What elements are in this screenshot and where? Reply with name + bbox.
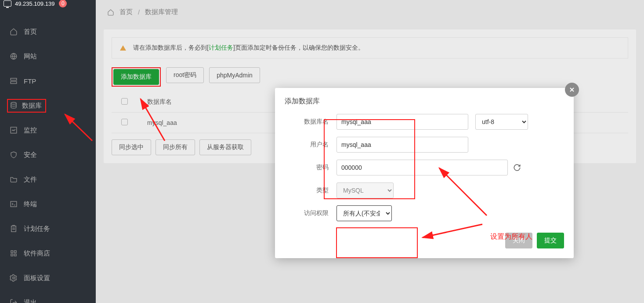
svg-rect-5 <box>11 201 17 207</box>
refresh-icon <box>513 164 521 172</box>
svg-rect-9 <box>11 254 13 256</box>
monitor-icon <box>4 0 11 7</box>
svg-rect-10 <box>14 254 17 256</box>
folder-icon <box>10 175 18 183</box>
sidebar-item-site[interactable]: 网站 <box>0 44 96 69</box>
label-password: 密码 <box>285 164 336 172</box>
row-dbname: 数据库名 utf-8 <box>275 110 574 133</box>
encoding-select[interactable]: utf-8 <box>475 114 528 130</box>
row-password: 密码 <box>275 156 574 179</box>
gear-icon <box>10 274 18 282</box>
sidebar-item-label: 面板设置 <box>24 274 50 282</box>
ftp-icon <box>10 77 18 85</box>
svg-point-3 <box>11 102 16 105</box>
sidebar-item-label: 首页 <box>24 28 37 36</box>
sidebar-item-label: 退出 <box>24 299 37 303</box>
annot-set-all-text: 设置为所有人 <box>490 232 532 241</box>
sidebar: 49.235.109.139 0 首页 网站 FTP 数据库 监控 安全 <box>0 0 96 303</box>
sidebar-item-settings[interactable]: 面板设置 <box>0 266 96 290</box>
sidebar-item-security[interactable]: 安全 <box>0 142 96 167</box>
sidebar-item-home[interactable]: 首页 <box>0 19 96 44</box>
sidebar-item-cron[interactable]: 计划任务 <box>0 216 96 241</box>
modal-submit-button[interactable]: 提交 <box>537 233 564 248</box>
sidebar-item-label: FTP <box>24 77 36 85</box>
row-type: 类型 MySQL <box>275 179 574 202</box>
svg-rect-1 <box>11 78 17 80</box>
row-user: 用户名 <box>275 133 574 156</box>
sidebar-item-label: 计划任务 <box>24 225 50 233</box>
grid-icon <box>10 249 18 257</box>
sidebar-item-label: 网站 <box>24 52 37 61</box>
dbname-input[interactable] <box>336 114 468 130</box>
home-icon <box>10 28 18 36</box>
sidebar-item-ftp[interactable]: FTP <box>0 69 96 93</box>
clipboard-icon <box>10 225 18 233</box>
sidebar-item-label: 监控 <box>24 126 37 135</box>
modal-footer: 关闭 提交 <box>275 225 574 258</box>
sidebar-item-database[interactable]: 数据库 <box>0 93 96 118</box>
label-dbname: 数据库名 <box>285 118 336 126</box>
modal-title: 添加数据库 <box>275 88 574 110</box>
label-type: 类型 <box>285 186 336 194</box>
sidebar-item-files[interactable]: 文件 <box>0 167 96 192</box>
dbtype-select[interactable]: MySQL <box>336 183 394 198</box>
sidebar-item-logout[interactable]: 退出 <box>0 290 96 303</box>
regen-password-button[interactable] <box>513 164 521 172</box>
svg-point-11 <box>13 277 15 279</box>
svg-rect-8 <box>14 251 17 253</box>
logout-icon <box>10 299 18 303</box>
label-perm: 访问权限 <box>285 209 336 217</box>
dbperm-select[interactable]: 所有人(不安全) <box>336 205 392 221</box>
sidebar-item-label: 终端 <box>24 200 37 208</box>
close-icon <box>568 86 575 93</box>
sidebar-item-terminal[interactable]: 终端 <box>0 192 96 216</box>
terminal-icon <box>10 200 18 208</box>
svg-rect-2 <box>11 82 17 84</box>
sidebar-item-appstore[interactable]: 软件商店 <box>0 241 96 266</box>
alert-badge[interactable]: 0 <box>59 0 67 7</box>
svg-rect-6 <box>11 226 16 232</box>
sidebar-item-label: 安全 <box>24 151 37 159</box>
server-ip: 49.235.109.139 <box>15 0 54 7</box>
dbuser-input[interactable] <box>336 137 468 153</box>
sidebar-item-label: 软件商店 <box>24 249 50 258</box>
sidebar-item-label: 文件 <box>24 175 37 184</box>
globe-icon <box>10 52 18 60</box>
label-user: 用户名 <box>285 141 336 149</box>
row-perm: 访问权限 所有人(不安全) <box>275 202 574 225</box>
modal-close-button[interactable] <box>565 83 579 97</box>
sidebar-item-label: 数据库 <box>22 102 42 110</box>
sidebar-header: 49.235.109.139 0 <box>0 0 96 9</box>
chart-icon <box>10 126 18 134</box>
database-icon <box>10 102 18 110</box>
sidebar-item-monitor[interactable]: 监控 <box>0 118 96 142</box>
dbpwd-input[interactable] <box>336 160 508 175</box>
shield-icon <box>10 151 18 159</box>
svg-rect-7 <box>11 251 13 253</box>
sidebar-menu: 首页 网站 FTP 数据库 监控 安全 文件 <box>0 19 96 303</box>
